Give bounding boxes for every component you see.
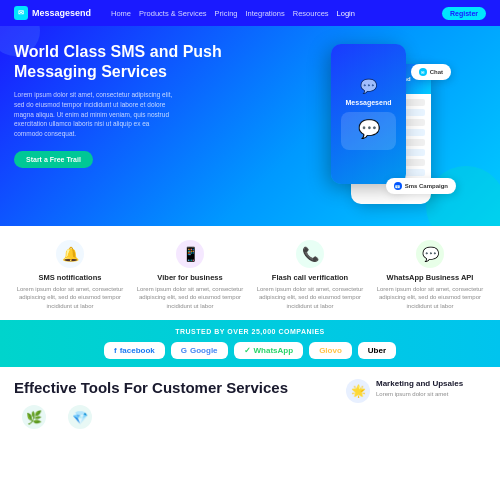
hero-left: World Class SMS and Push Messaging Servi… xyxy=(14,42,286,216)
feature-flash-title: Flash call verification xyxy=(272,273,348,282)
feature-viber-desc: Lorem ipsum dolor sit amet, consectetur … xyxy=(134,285,246,310)
features-section: 🔔 SMS notifications Lorem ipsum dolor si… xyxy=(0,226,500,320)
feature-whatsapp-title: WhatsApp Business API xyxy=(387,273,474,282)
nav-resources[interactable]: Resources xyxy=(293,9,329,18)
marketing-icon: 🌟 xyxy=(346,379,370,403)
feature-viber-title: Viber for business xyxy=(157,273,222,282)
sms-campaign-bubble: 📧 Sms Campaign xyxy=(386,178,456,194)
nav-pricing[interactable]: Pricing xyxy=(215,9,238,18)
bottom-icon-1: 🌿 xyxy=(14,405,54,429)
phone-mockup: Messagesend 💬 Messagesend 💬 xyxy=(331,44,441,214)
register-button[interactable]: Register xyxy=(442,7,486,20)
bottom-circle-1: 🌿 xyxy=(22,405,46,429)
feature-flash: 📞 Flash call verification Lorem ipsum do… xyxy=(254,240,366,310)
bottom-icon-row: 🌿 💎 xyxy=(14,405,336,429)
bottom-right: 🌟 Marketing and Upsales Lorem ipsum dolo… xyxy=(346,379,486,429)
feature-sms-desc: Lorem ipsum dolor sit amet, consectetur … xyxy=(14,285,126,310)
marketing-item: 🌟 Marketing and Upsales Lorem ipsum dolo… xyxy=(346,379,486,403)
bottom-icon-2: 💎 xyxy=(60,405,100,429)
marketing-content: Marketing and Upsales Lorem ipsum dolor … xyxy=(376,379,463,398)
feature-whatsapp-desc: Lorem ipsum dolor sit amet, consectetur … xyxy=(374,285,486,310)
uber-label: Uber xyxy=(368,346,386,355)
logo-facebook: f facebook xyxy=(104,342,165,359)
bottom-section: Effective Tools For Customer Services 🌿 … xyxy=(0,367,500,441)
nav-products[interactable]: Products & Services xyxy=(139,9,207,18)
hero-section: World Class SMS and Push Messaging Servi… xyxy=(0,26,500,226)
phone-bubble: 💬 xyxy=(341,112,396,150)
chat-bubble: ✉ Chat xyxy=(411,64,451,80)
chat-label: Chat xyxy=(430,69,443,75)
bottom-title: Effective Tools For Customer Services xyxy=(14,379,336,397)
sms-dot: 📧 xyxy=(394,182,402,190)
marketing-desc: Lorem ipsum dolor sit amet xyxy=(376,390,463,398)
phone-icon: 💬 xyxy=(360,78,377,94)
bottom-left: Effective Tools For Customer Services 🌿 … xyxy=(14,379,336,429)
facebook-label: facebook xyxy=(120,346,155,355)
whatsapp-label: WhatsApp xyxy=(254,346,294,355)
logo-icon: ✉ xyxy=(14,6,28,20)
logo-google: G Google xyxy=(171,342,228,359)
google-icon: G xyxy=(181,346,187,355)
logo[interactable]: ✉ Messagesend xyxy=(14,6,91,20)
feature-flash-desc: Lorem ipsum dolor sit amet, consectetur … xyxy=(254,285,366,310)
phone-front: 💬 Messagesend 💬 xyxy=(331,44,406,184)
feature-flash-icon: 📞 xyxy=(296,240,324,268)
nav-links: Home Products & Services Pricing Integra… xyxy=(111,9,432,18)
cta-button[interactable]: Start a Free Trail xyxy=(14,151,93,168)
nav-login[interactable]: Login xyxy=(337,9,355,18)
logo-text: Messagesend xyxy=(32,8,91,18)
phone-front-logo: Messagesend xyxy=(346,99,392,106)
logo-whatsapp: ✓ WhatsApp xyxy=(234,342,304,359)
logo-uber: Uber xyxy=(358,342,396,359)
hero-right: Messagesend 💬 Messagesend 💬 xyxy=(286,42,486,216)
hero-title: World Class SMS and Push Messaging Servi… xyxy=(14,42,286,82)
feature-sms-title: SMS notifications xyxy=(39,273,102,282)
feature-sms-icon: 🔔 xyxy=(56,240,84,268)
nav-home[interactable]: Home xyxy=(111,9,131,18)
logo-glovo: Glovo xyxy=(309,342,352,359)
nav-integrations[interactable]: Integrations xyxy=(246,9,285,18)
bubble-icon: 💬 xyxy=(349,118,388,140)
feature-whatsapp-icon: 💬 xyxy=(416,240,444,268)
feature-sms: 🔔 SMS notifications Lorem ipsum dolor si… xyxy=(14,240,126,310)
trusted-logos: f facebook G Google ✓ WhatsApp Glovo Ube… xyxy=(14,342,486,359)
trusted-title: TRUSTED BY OVER 25,000 COMPANIES xyxy=(14,328,486,335)
feature-viber-icon: 📱 xyxy=(176,240,204,268)
marketing-title: Marketing and Upsales xyxy=(376,379,463,388)
feature-viber: 📱 Viber for business Lorem ipsum dolor s… xyxy=(134,240,246,310)
chat-dot: ✉ xyxy=(419,68,427,76)
trusted-section: TRUSTED BY OVER 25,000 COMPANIES f faceb… xyxy=(0,320,500,367)
sms-label: Sms Campaign xyxy=(405,183,448,189)
bottom-circle-2: 💎 xyxy=(68,405,92,429)
hero-description: Lorem ipsum dolor sit amet, consectetur … xyxy=(14,90,174,139)
facebook-icon: f xyxy=(114,346,117,355)
feature-whatsapp: 💬 WhatsApp Business API Lorem ipsum dolo… xyxy=(374,240,486,310)
whatsapp-icon: ✓ xyxy=(244,346,251,355)
navbar: ✉ Messagesend Home Products & Services P… xyxy=(0,0,500,26)
glovo-label: Glovo xyxy=(319,346,342,355)
google-label: Google xyxy=(190,346,218,355)
